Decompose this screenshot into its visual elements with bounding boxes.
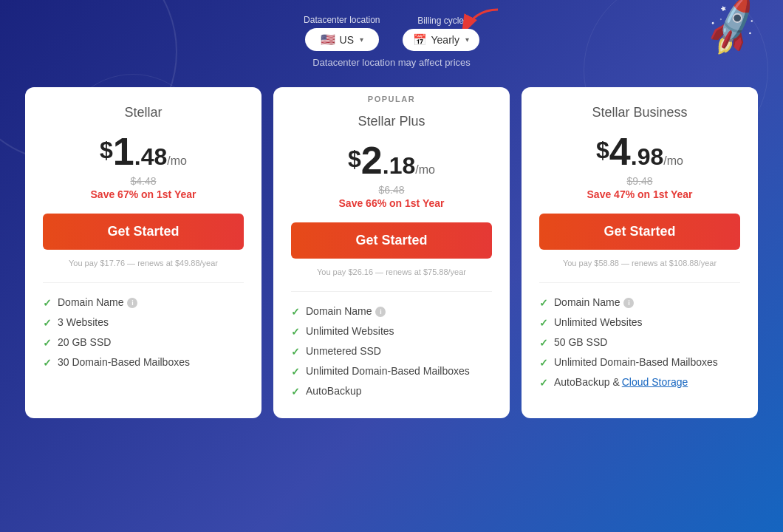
header-section: Datacenter location 🇺🇸 US ▾ Billing cycl… xyxy=(0,0,783,75)
pricing-card-stellar-plus: POPULAR Stellar Plus $2.18/mo $6.48 Save… xyxy=(273,87,510,418)
feature-item: ✓ 30 Domain-Based Mailboxes xyxy=(43,356,244,369)
price-decimal: .48 xyxy=(134,143,167,170)
feature-text-wrap: 20 GB SSD xyxy=(58,336,111,348)
check-icon: ✓ xyxy=(291,366,300,378)
plan-name: Stellar xyxy=(43,105,244,120)
original-price: $6.48 xyxy=(291,184,492,196)
feature-text-wrap: Unlimited Domain-Based Mailboxes xyxy=(554,356,718,368)
price-dollar-sign: $ xyxy=(348,146,361,173)
price-integer: 2 xyxy=(361,139,383,182)
check-icon: ✓ xyxy=(43,297,52,309)
feature-item: ✓ Unlimited Domain-Based Mailboxes xyxy=(539,356,740,369)
price-integer: 4 xyxy=(609,130,631,173)
feature-text-wrap: Domain Namei xyxy=(58,296,137,308)
controls-row: Datacenter location 🇺🇸 US ▾ Billing cycl… xyxy=(0,15,783,51)
feature-text: AutoBackup xyxy=(306,385,362,397)
pricing-card-stellar-business: Stellar Business $4.98/mo $9.48 Save 47%… xyxy=(522,87,758,418)
price-row: $1.48/mo xyxy=(43,132,244,171)
feature-text-wrap: 30 Domain-Based Mailboxes xyxy=(58,356,190,368)
billing-value: Yearly xyxy=(431,34,459,46)
datacenter-chevron-icon: ▾ xyxy=(360,35,363,44)
feature-item: ✓ Unmetered SSD xyxy=(291,345,492,358)
price-row: $4.98/mo xyxy=(539,132,740,171)
datacenter-label: Datacenter location xyxy=(304,15,380,25)
price-unit: /mo xyxy=(167,154,187,167)
feature-text-wrap: Unlimited Websites xyxy=(306,325,394,337)
price-integer: 1 xyxy=(113,130,134,173)
pricing-card-stellar: Stellar $1.48/mo $4.48 Save 67% on 1st Y… xyxy=(25,87,261,418)
feature-item: ✓ Unlimited Domain-Based Mailboxes xyxy=(291,365,492,378)
card-divider xyxy=(291,291,492,292)
check-icon: ✓ xyxy=(43,317,52,329)
billing-dropdown[interactable]: 📅 Yearly ▾ xyxy=(403,29,479,51)
price-row: $2.18/mo xyxy=(291,141,492,180)
feature-text-wrap: Unlimited Domain-Based Mailboxes xyxy=(306,365,470,377)
check-icon: ✓ xyxy=(43,337,52,349)
check-icon: ✓ xyxy=(291,306,300,318)
feature-text-wrap: Domain Namei xyxy=(554,296,634,308)
popular-badge: POPULAR xyxy=(291,87,492,114)
check-icon: ✓ xyxy=(539,357,548,369)
feature-item: ✓ Unlimited Websites xyxy=(291,325,492,338)
save-text: Save 47% on 1st Year xyxy=(539,188,740,200)
billing-label: Billing cycle xyxy=(417,16,464,26)
price-decimal: .18 xyxy=(383,152,415,179)
datacenter-control-group: Datacenter location 🇺🇸 US ▾ xyxy=(304,15,380,51)
feature-text: 3 Websites xyxy=(58,316,109,328)
feature-item: ✓ Unlimited Websites xyxy=(539,316,740,329)
feature-item: ✓ AutoBackup xyxy=(291,385,492,398)
feature-item: ✓ AutoBackup & Cloud Storage xyxy=(539,376,740,389)
renewal-note: You pay $17.76 — renews at $49.88/year xyxy=(43,259,244,267)
feature-text: Domain Name xyxy=(58,296,123,308)
price-unit: /mo xyxy=(415,163,435,176)
calendar-icon: 📅 xyxy=(413,33,427,47)
feature-text-wrap: AutoBackup xyxy=(306,385,362,397)
feature-item: ✓ Domain Namei xyxy=(43,296,244,309)
feature-item: ✓ Domain Namei xyxy=(291,305,492,318)
features-list: ✓ Domain Namei ✓ Unlimited Websites ✓ 50… xyxy=(539,296,740,389)
price-unit: /mo xyxy=(663,154,683,167)
feature-text: Unlimited Websites xyxy=(554,316,643,328)
feature-text: Unlimited Domain-Based Mailboxes xyxy=(306,365,470,377)
feature-text: Unlimited Websites xyxy=(306,325,394,337)
datacenter-dropdown[interactable]: 🇺🇸 US ▾ xyxy=(305,28,379,51)
feature-text: Domain Name xyxy=(306,305,372,317)
billing-control-group: Billing cycle 📅 Yearly ▾ xyxy=(403,16,479,51)
check-icon: ✓ xyxy=(43,357,52,369)
get-started-button[interactable]: Get Started xyxy=(43,214,244,250)
check-icon: ✓ xyxy=(539,317,548,329)
renewal-note: You pay $58.88 — renews at $108.88/year xyxy=(539,259,740,267)
feature-text: Domain Name xyxy=(554,296,620,308)
feature-text-wrap: Unmetered SSD xyxy=(306,345,381,357)
card-divider xyxy=(43,282,244,283)
feature-item: ✓ 20 GB SSD xyxy=(43,336,244,349)
check-icon: ✓ xyxy=(539,377,548,389)
feature-item: ✓ 50 GB SSD xyxy=(539,336,740,349)
get-started-button[interactable]: Get Started xyxy=(539,214,740,250)
feature-text: Unmetered SSD xyxy=(306,345,381,357)
feature-item: ✓ Domain Namei xyxy=(539,296,740,309)
pricing-cards-section: Stellar $1.48/mo $4.48 Save 67% on 1st Y… xyxy=(0,75,783,418)
save-text: Save 67% on 1st Year xyxy=(43,188,244,200)
cloud-storage-link[interactable]: Cloud Storage xyxy=(622,376,688,388)
price-dollar-sign: $ xyxy=(100,137,113,164)
info-icon[interactable]: i xyxy=(623,298,634,308)
get-started-button[interactable]: Get Started xyxy=(291,222,492,259)
datacenter-note: Datacenter location may affect prices xyxy=(0,57,783,68)
info-icon[interactable]: i xyxy=(375,307,386,317)
original-price: $4.48 xyxy=(43,175,244,187)
check-icon: ✓ xyxy=(291,346,300,358)
plan-name: Stellar Business xyxy=(539,105,740,120)
billing-chevron-icon: ▾ xyxy=(465,35,469,44)
renewal-note: You pay $26.16 — renews at $75.88/year xyxy=(291,267,492,276)
info-icon[interactable]: i xyxy=(127,298,137,308)
check-icon: ✓ xyxy=(291,386,300,398)
save-text: Save 66% on 1st Year xyxy=(291,197,492,209)
feature-text: Unlimited Domain-Based Mailboxes xyxy=(554,356,718,368)
datacenter-value: US xyxy=(340,34,354,46)
feature-text-wrap: AutoBackup & Cloud Storage xyxy=(554,376,688,388)
feature-text: AutoBackup & xyxy=(554,376,620,388)
feature-text-wrap: Domain Namei xyxy=(306,305,386,317)
features-list: ✓ Domain Namei ✓ 3 Websites ✓ 20 GB SSD … xyxy=(43,296,244,369)
card-divider xyxy=(539,282,740,283)
